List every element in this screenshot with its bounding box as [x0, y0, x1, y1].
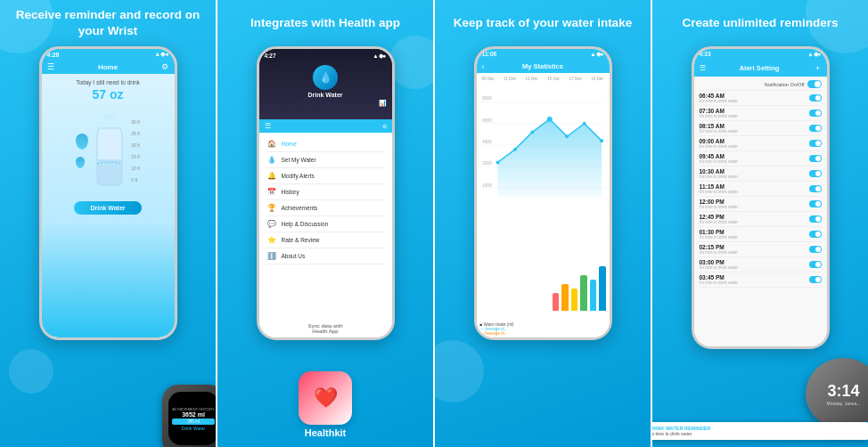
bar-chart-decoration	[553, 262, 606, 311]
watch-mockup: ACHIEVEMENT HISTORY 3652 ml 285 ml Drink…	[144, 376, 216, 447]
svg-text:2000: 2000	[481, 161, 491, 166]
oz-value: 57 oz	[92, 87, 123, 102]
status-icons-1: ▲◆●	[154, 51, 168, 58]
svg-text:1000: 1000	[481, 183, 491, 188]
status-icons-2: ▲◆●	[373, 53, 386, 60]
menu-help[interactable]: 💬 Help & Discussion	[266, 216, 385, 232]
menu-rate[interactable]: ⭐ Rate & Review	[266, 232, 385, 248]
nav-title-3: My Statistics	[522, 62, 563, 70]
healthkit-icon: ❤️	[299, 371, 352, 425]
alert-item: 07:30 AMIt's time to drink water	[700, 106, 822, 121]
svg-point-14	[546, 117, 552, 122]
app-logo: 💧	[313, 65, 338, 90]
healthkit-label: Healthkit	[217, 427, 433, 438]
toggle-1[interactable]	[809, 110, 822, 117]
master-toggle[interactable]	[807, 80, 822, 88]
chart-legend: ■ Water intake (ml) — Average of... — Av…	[480, 322, 514, 336]
notification-popup: DRINK WATER REMINDER It's time to drink …	[651, 422, 868, 440]
nav-title-1: Home	[98, 63, 118, 71]
menu-icon-2[interactable]: ☰	[265, 122, 271, 130]
menu-icon-1[interactable]: ☰	[47, 62, 54, 71]
water-bottle-area: 30 fl25 fl20 fl15 fl10 fl5 fl	[76, 110, 139, 191]
back-icon[interactable]: ‹	[482, 62, 485, 71]
panel-wrist: Receive reminder and record on your Wris…	[0, 0, 216, 447]
alert-item: 08:15 AMIt's time to drink water	[700, 121, 822, 136]
svg-text:4000: 4000	[481, 140, 491, 144]
star-icon: ⭐	[266, 236, 277, 244]
toggle-11[interactable]	[809, 261, 822, 268]
phone-mockup-4: 4:33 ▲◆● ☰ Alert Setting ＋ Notification …	[692, 46, 830, 349]
drink-water-btn[interactable]: Drink Water	[74, 201, 141, 215]
nav-title-4: Alert Setting	[740, 64, 780, 72]
alert-item: 09:00 AMIt's time to drink water	[700, 136, 822, 151]
toggle-7[interactable]	[809, 200, 822, 207]
panel4-title: Create unlimited reminders	[683, 7, 839, 39]
toggle-4[interactable]	[809, 155, 822, 162]
toggle-2[interactable]	[809, 125, 822, 132]
menu-water[interactable]: 💧 Set My Water	[266, 152, 385, 168]
panel2-title: Integrates with Health app	[250, 7, 400, 39]
panel1-title: Receive reminder and record on your Wris…	[5, 7, 210, 39]
gear-icon-2[interactable]: ⚙	[382, 123, 387, 129]
status-icons-3: ▲◆●	[590, 51, 603, 58]
alert-item: 09:45 AMIt's time to drink water	[700, 151, 822, 167]
phone-mockup-3: 11:06 ▲◆● ‹ My Statistics 09 Dec11 Dec13…	[474, 46, 612, 340]
toggle-12[interactable]	[809, 276, 822, 283]
drop-2	[76, 157, 85, 168]
drop-icons	[76, 134, 88, 168]
alert-item: 03:00 PMIt's time to drink water	[700, 257, 822, 272]
chart-area: 09 Dec11 Dec13 Dec15 Dec17 Dec19 Dec 800…	[477, 73, 610, 337]
menu-history[interactable]: 📅 History	[266, 184, 385, 200]
screen1-subtitle: Today I still need to drink	[76, 79, 140, 85]
alert-item: 10:30 AMIt's time to drink water	[700, 167, 822, 182]
healthkit-area: ❤️ Healthkit	[217, 371, 433, 438]
alert-item: 03:45 PMIt's time to drink water	[700, 272, 822, 288]
sync-text: Sync data withHealth App	[259, 320, 392, 337]
svg-point-11	[495, 161, 499, 165]
add-icon[interactable]: ＋	[814, 62, 822, 74]
toggle-5[interactable]	[809, 170, 822, 177]
menu-achievements[interactable]: 🏆 Achievements	[266, 200, 385, 216]
drop-1	[76, 134, 88, 150]
panel-reminders: Create unlimited reminders 4:33 ▲◆● ☰ Al…	[651, 0, 868, 447]
line-chart: 8000 6000 4000 2000 1000	[480, 83, 606, 207]
time-3: 11:06	[482, 51, 497, 58]
scale-labels: 30 fl25 fl20 fl15 fl10 fl5 fl	[131, 119, 139, 183]
calendar-icon: 📅	[266, 188, 277, 196]
home-icon: 🏠	[266, 140, 277, 148]
settings-icon-1[interactable]: ⚙	[161, 62, 168, 71]
clock-time: 3:14	[827, 382, 859, 401]
menu-about[interactable]: ℹ️ About Us	[266, 248, 385, 264]
water-icon: 💧	[266, 156, 277, 164]
menu-icon-4[interactable]: ☰	[700, 64, 706, 72]
chart-dates: 09 Dec11 Dec13 Dec15 Dec17 Dec19 Dec	[480, 77, 606, 83]
chat-icon: 💬	[266, 220, 277, 228]
panel-stats: Keep track of your water intake 11:06 ▲◆…	[433, 0, 651, 447]
notif-body: It's time to drink water	[651, 431, 867, 436]
phone-mockup-2: 4:27 ▲◆● 💧 Drink Water 📊 ☰ ⚙ 🏠 Ho	[257, 46, 395, 340]
info-icon: ℹ️	[266, 252, 277, 260]
time-1: 4:26	[47, 52, 60, 58]
alert-item: 01:30 PMIt's time to drink water	[700, 227, 822, 242]
alert-item: 12:00 PMIt's time to drink water	[700, 197, 822, 212]
svg-point-17	[600, 139, 603, 142]
toggle-8[interactable]	[809, 215, 822, 223]
toggle-9[interactable]	[809, 231, 822, 238]
toggle-10[interactable]	[809, 246, 822, 253]
time-4: 4:33	[700, 51, 711, 58]
svg-point-16	[582, 122, 585, 126]
alert-item: 12:45 PMIt's time to drink water	[700, 212, 822, 227]
toggle-0[interactable]	[809, 94, 822, 102]
menu-alerts[interactable]: 🔔 Modify Alerts	[266, 168, 385, 184]
menu-home[interactable]: 🏠 Home	[266, 136, 385, 152]
panel-health: Integrates with Health app 4:27 ▲◆● 💧 Dr…	[216, 0, 433, 447]
water-bottle	[94, 110, 126, 191]
menu-list: 🏠 Home 💧 Set My Water 🔔 Modify Alerts 📅 …	[259, 133, 392, 320]
alert-header: Notification On/Off	[700, 78, 822, 91]
app-name-2: Drink Water	[265, 92, 387, 98]
alert-list: Notification On/Off 06:45 AMIt's time to…	[694, 77, 827, 289]
alert-item: 02:15 PMIt's time to drink water	[700, 242, 822, 257]
toggle-6[interactable]	[809, 185, 822, 192]
chart-icon: 📊	[379, 100, 387, 107]
toggle-3[interactable]	[809, 140, 822, 147]
